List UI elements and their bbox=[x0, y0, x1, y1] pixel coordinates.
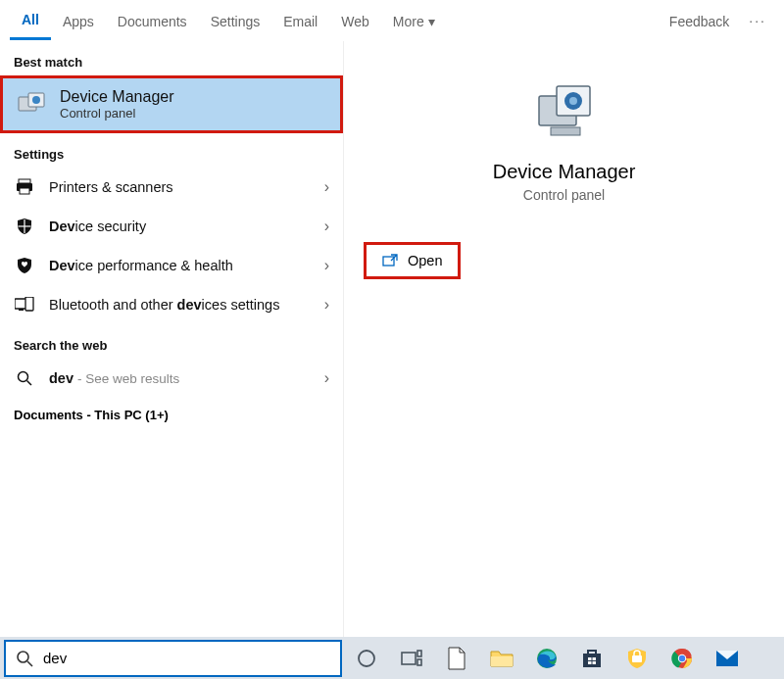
svg-point-2 bbox=[32, 96, 40, 104]
file-explorer-icon[interactable] bbox=[481, 639, 522, 678]
tab-web[interactable]: Web bbox=[329, 3, 381, 39]
svg-rect-27 bbox=[593, 657, 597, 660]
taskbar bbox=[0, 637, 784, 679]
security-icon[interactable] bbox=[616, 639, 658, 678]
result-title: Device Manager bbox=[60, 88, 174, 106]
result-subtitle: Control panel bbox=[60, 106, 174, 121]
svg-rect-28 bbox=[588, 661, 592, 664]
tab-settings[interactable]: Settings bbox=[199, 3, 272, 39]
section-best-match: Best match bbox=[0, 41, 343, 75]
svg-rect-8 bbox=[19, 309, 24, 311]
chevron-right-icon: › bbox=[324, 296, 329, 314]
feedback-link[interactable]: Feedback bbox=[658, 3, 741, 39]
settings-item-bluetooth[interactable]: Bluetooth and other devices settings › bbox=[0, 285, 343, 324]
svg-rect-22 bbox=[417, 659, 421, 665]
printer-icon bbox=[14, 178, 35, 196]
search-input[interactable] bbox=[43, 650, 330, 666]
chevron-right-icon: › bbox=[324, 369, 329, 387]
settings-item-printers[interactable]: Printers & scanners › bbox=[0, 168, 343, 207]
settings-item-device-security[interactable]: Device security › bbox=[0, 207, 343, 246]
svg-rect-25 bbox=[583, 654, 601, 667]
chevron-right-icon: › bbox=[324, 257, 329, 274]
open-button[interactable]: Open bbox=[364, 242, 461, 279]
cortana-icon[interactable] bbox=[346, 639, 387, 678]
settings-item-label: Device performance & health bbox=[49, 258, 311, 273]
device-manager-large-icon bbox=[533, 80, 596, 143]
preview-title: Device Manager bbox=[493, 161, 636, 183]
svg-point-33 bbox=[679, 655, 685, 660]
svg-point-17 bbox=[18, 652, 28, 662]
more-options-icon[interactable]: ··· bbox=[741, 13, 774, 28]
svg-rect-23 bbox=[491, 656, 513, 666]
taskbar-search[interactable] bbox=[4, 640, 342, 677]
results-panel: Best match Device Manager Control panel … bbox=[0, 41, 343, 637]
chevron-right-icon: › bbox=[324, 178, 329, 196]
web-search-item[interactable]: dev - See web results › bbox=[0, 359, 343, 398]
open-icon bbox=[382, 254, 398, 267]
settings-item-label: Printers & scanners bbox=[49, 179, 311, 195]
search-icon bbox=[16, 650, 33, 667]
svg-rect-29 bbox=[593, 661, 597, 664]
svg-rect-7 bbox=[25, 297, 33, 311]
shield-icon bbox=[14, 218, 35, 235]
search-icon bbox=[14, 370, 35, 386]
mail-icon[interactable] bbox=[707, 639, 748, 678]
tab-email[interactable]: Email bbox=[271, 3, 329, 39]
svg-line-10 bbox=[27, 381, 32, 386]
tab-apps[interactable]: Apps bbox=[51, 3, 106, 39]
svg-rect-21 bbox=[417, 651, 421, 656]
libreoffice-icon[interactable] bbox=[436, 639, 477, 678]
svg-rect-16 bbox=[383, 257, 394, 266]
device-manager-icon bbox=[17, 90, 46, 120]
section-documents-pc[interactable]: Documents - This PC (1+) bbox=[0, 398, 343, 432]
settings-item-label: Bluetooth and other devices settings bbox=[49, 297, 311, 313]
svg-rect-26 bbox=[588, 657, 592, 660]
devices-icon bbox=[14, 297, 35, 313]
task-view-icon[interactable] bbox=[391, 639, 432, 678]
svg-rect-15 bbox=[551, 127, 580, 135]
heart-shield-icon bbox=[14, 257, 35, 274]
chevron-down-icon: ▾ bbox=[428, 14, 435, 29]
edge-icon[interactable] bbox=[526, 639, 567, 678]
svg-rect-5 bbox=[20, 188, 29, 194]
section-search-web: Search the web bbox=[0, 324, 343, 359]
result-device-manager[interactable]: Device Manager Control panel bbox=[0, 75, 343, 133]
svg-point-9 bbox=[19, 372, 28, 382]
svg-rect-30 bbox=[632, 655, 642, 662]
svg-rect-20 bbox=[402, 653, 416, 664]
svg-point-19 bbox=[359, 651, 374, 666]
settings-item-device-performance[interactable]: Device performance & health › bbox=[0, 246, 343, 285]
preview-subtitle: Control panel bbox=[523, 187, 605, 203]
store-icon[interactable] bbox=[571, 639, 612, 678]
preview-panel: Device Manager Control panel Open bbox=[343, 41, 784, 637]
svg-point-14 bbox=[569, 97, 577, 105]
tab-more[interactable]: More ▾ bbox=[381, 3, 447, 39]
chrome-icon[interactable] bbox=[662, 639, 703, 678]
chevron-right-icon: › bbox=[324, 218, 329, 235]
open-label: Open bbox=[408, 253, 442, 268]
search-tabs: All Apps Documents Settings Email Web Mo… bbox=[0, 0, 784, 41]
web-search-label: dev - See web results bbox=[49, 370, 311, 386]
settings-item-label: Device security bbox=[49, 218, 311, 234]
section-settings: Settings bbox=[0, 133, 343, 168]
tab-documents[interactable]: Documents bbox=[106, 3, 199, 39]
tab-all[interactable]: All bbox=[10, 1, 51, 40]
svg-rect-3 bbox=[19, 179, 30, 183]
svg-line-18 bbox=[27, 661, 32, 666]
